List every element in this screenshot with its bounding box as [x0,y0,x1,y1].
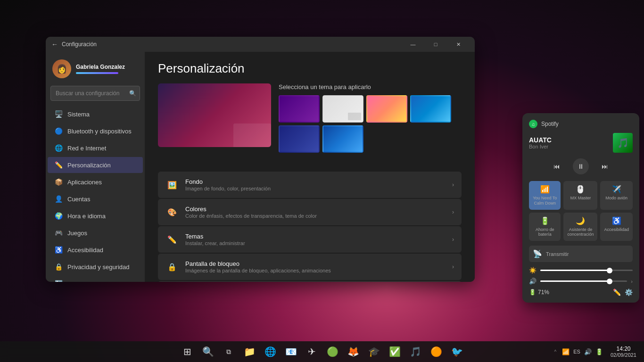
theme-section: Selecciona un tema para aplicarlo [279,83,462,153]
page-title: Personalización [158,61,462,76]
mx-master-icon: 🖱️ [576,185,585,194]
play-pause-button[interactable]: ⏸ [573,158,589,174]
temas-text: Temas Instalar, crear, administrar [185,233,446,246]
pantalla-bloqueo-arrow: › [452,263,454,270]
tile-ahorro[interactable]: 🔋 Ahorro de batería [529,213,561,241]
brightness-track[interactable] [540,270,633,271]
user-progress-bar [76,72,118,74]
theme-floral[interactable] [366,95,407,123]
app-12[interactable]: 🐦 [447,342,466,361]
transmit-tile[interactable]: 📡 Transmitir [529,246,633,262]
taskview-button[interactable]: ⧉ [219,342,238,361]
theme-purple[interactable] [279,95,320,123]
tray-volume[interactable]: 🔊 [583,347,593,356]
theme-sea[interactable] [410,95,451,123]
sidebar: 👩 Gabriela Gonzalez 🔍 🖥️ Sistema 🔵 Bluet… [46,52,145,282]
files-button[interactable]: 📁 [240,342,259,361]
pantalla-bloqueo-subtitle: Imágenes de la pantalla de bloqueo, apli… [185,268,446,273]
settings-item-temas[interactable]: ✏️ Temas Instalar, crear, administrar › [158,226,462,253]
tile-wifi[interactable]: 📶 You Need ToCalm Down [529,181,561,210]
quick-tiles: 📶 You Need ToCalm Down 🖱️ MX Master ✈️ M… [529,181,633,241]
tray-wifi[interactable]: 📶 [561,347,570,356]
system-tray-expand[interactable]: ^ [553,347,559,356]
tile-avion[interactable]: ✈️ Modo avión [600,181,633,210]
sidebar-item-personalizacion[interactable]: ✏️ Personalización [48,157,143,173]
tile-concentracion[interactable]: 🌙 Asistente de concentración [563,213,597,241]
music-row: AUATC Bon Iver 🎵 [529,133,633,153]
sidebar-item-accesibilidad[interactable]: ♿ Accesibilidad [48,242,143,258]
sidebar-item-cuentas[interactable]: 👤 Cuentas [48,191,143,207]
avion-label: Modo avión [605,196,627,201]
app-7[interactable]: 🦊 [344,342,363,361]
app-6[interactable]: 🟢 [323,342,342,361]
theme-select-label: Selecciona un tema para aplicarlo [279,83,462,90]
user-profile[interactable]: 👩 Gabriela Gonzalez [46,52,145,86]
back-button[interactable]: ← [51,41,58,48]
sidebar-item-windows-update[interactable]: 🔄 Windows Update [48,276,143,282]
telegram-button[interactable]: ✈ [302,342,321,361]
sidebar-item-bluetooth[interactable]: 🔵 Bluetooth y dispositivos [48,123,143,139]
music-info: AUATC Bon Iver [529,136,552,149]
settings-item-fondo[interactable]: 🖼️ Fondo Imagen de fondo, color, present… [158,172,462,198]
sidebar-item-privacidad[interactable]: 🔒 Privacidad y seguridad [48,259,143,275]
app-10[interactable]: 🎵 [406,342,425,361]
edit-quick-settings-button[interactable]: ✏️ [613,288,621,296]
panel-actions: ✏️ ⚙️ [613,288,633,296]
colores-text: Colores Color de énfasis, efectos de tra… [185,206,446,219]
gmail-button[interactable]: 📧 [281,342,300,361]
fondo-text: Fondo Imagen de fondo, color, presentaci… [185,178,446,191]
tray-lang[interactable]: ES [572,348,581,355]
app-9[interactable]: ✅ [385,342,404,361]
settings-item-pantalla-bloqueo[interactable]: 🔒 Pantalla de bloqueo Imágenes de la pan… [158,254,462,280]
main-theme-preview[interactable] [158,83,271,147]
volume-icon: 🔊 [529,278,537,285]
avatar: 👩 [52,59,71,78]
taskbar-center: ⊞ 🔍 ⧉ 📁 🌐 📧 ✈ 🟢 🦊 🎓 ✅ 🎵 🟠 🐦 [178,342,466,361]
close-button[interactable]: ✕ [447,37,469,52]
title-bar: ← Configuración — □ ✕ [46,37,475,52]
sidebar-item-sistema[interactable]: 🖥️ Sistema [48,106,143,122]
tile-accesibilidad-quick[interactable]: ♿ Accesibilidad [600,213,633,241]
theme-blue[interactable] [279,125,320,153]
sidebar-item-juegos[interactable]: 🎮 Juegos [48,225,143,241]
settings-item-colores[interactable]: 🎨 Colores Color de énfasis, efectos de t… [158,199,462,225]
search-box[interactable]: 🔍 [50,86,140,101]
album-art: 🎵 [613,133,633,153]
maximize-button[interactable]: □ [425,37,446,52]
clock-area[interactable]: 14:20 02/09/2021 [607,346,640,358]
next-button[interactable]: ⏭ [598,160,611,173]
settings-item-teclado-tactil[interactable]: ⌨️ Teclado táctil Temas, tamaño › [158,281,462,282]
start-button[interactable]: ⊞ [178,342,197,361]
cuentas-icon: 👤 [54,195,63,203]
edge-button[interactable]: 🌐 [261,342,280,361]
sidebar-item-aplicaciones[interactable]: 📦 Aplicaciones [48,174,143,190]
prev-button[interactable]: ⏮ [550,160,563,173]
app-11[interactable]: 🟠 [427,342,446,361]
volume-track[interactable] [540,280,627,282]
battery-pct: 71% [538,289,549,296]
minimize-button[interactable]: — [402,37,424,52]
juegos-icon: 🎮 [54,229,63,237]
settings-quick-button[interactable]: ⚙️ [625,288,633,296]
app-8[interactable]: 🎓 [364,342,383,361]
brightness-fill [540,270,610,271]
volume-thumb[interactable] [607,279,612,284]
pantalla-bloqueo-title: Pantalla de bloqueo [185,260,446,267]
tile-mx-master[interactable]: 🖱️ MX Master [563,181,597,210]
tray-battery[interactable]: 🔋 [594,347,604,356]
music-title: AUATC [529,136,552,144]
volume-expand-icon[interactable]: › [631,279,633,284]
colores-arrow: › [452,209,454,215]
search-taskbar-button[interactable]: 🔍 [198,342,217,361]
brightness-thumb[interactable] [607,268,612,273]
bluetooth-icon: 🔵 [54,127,63,135]
theme-win11[interactable] [322,125,363,153]
red-icon: 🌐 [54,144,63,152]
sidebar-item-hora[interactable]: 🌍 Hora e idioma [48,208,143,224]
main-content: Personalización Selecciona un tema para … [145,52,475,282]
theme-light[interactable] [322,95,363,123]
search-input[interactable] [50,86,140,101]
sidebar-item-red[interactable]: 🌐 Red e Internet [48,140,143,156]
windows-update-icon: 🔄 [54,280,63,282]
clock-time: 14:20 [616,346,630,352]
